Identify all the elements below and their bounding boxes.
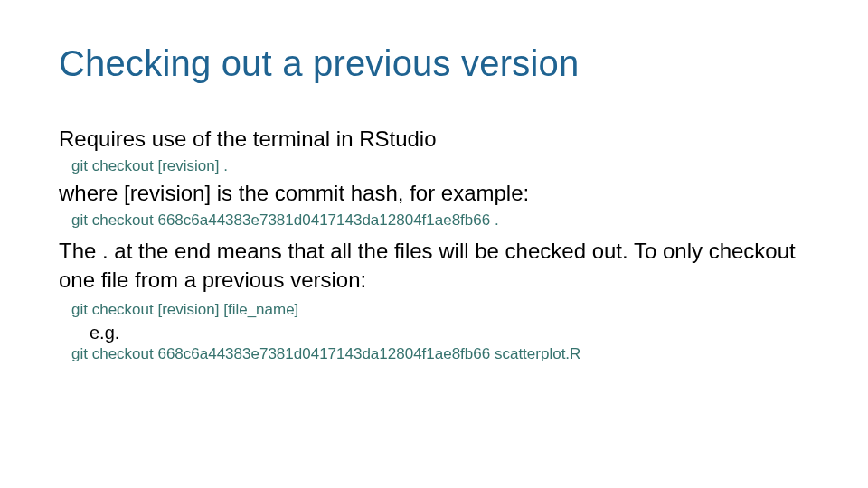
code-checkout-hash: git checkout 668c6a44383e7381d0417143da1… — [71, 211, 809, 230]
text-dot-explain: The . at the end means that all the file… — [59, 237, 809, 296]
slide-body: Requires use of the terminal in RStudio … — [59, 127, 809, 363]
code-checkout-file-example: git checkout 668c6a44383e7381d0417143da1… — [71, 345, 809, 363]
text-requires: Requires use of the terminal in RStudio — [59, 127, 809, 152]
text-where-revision: where [revision] is the commit hash, for… — [59, 181, 809, 206]
code-checkout-revision: git checkout [revision] . — [71, 157, 809, 175]
text-eg: e.g. — [90, 323, 809, 343]
slide: Checking out a previous version Requires… — [0, 0, 868, 488]
slide-title: Checking out a previous version — [59, 43, 579, 84]
code-checkout-filename: git checkout [revision] [file_name] — [71, 301, 809, 319]
